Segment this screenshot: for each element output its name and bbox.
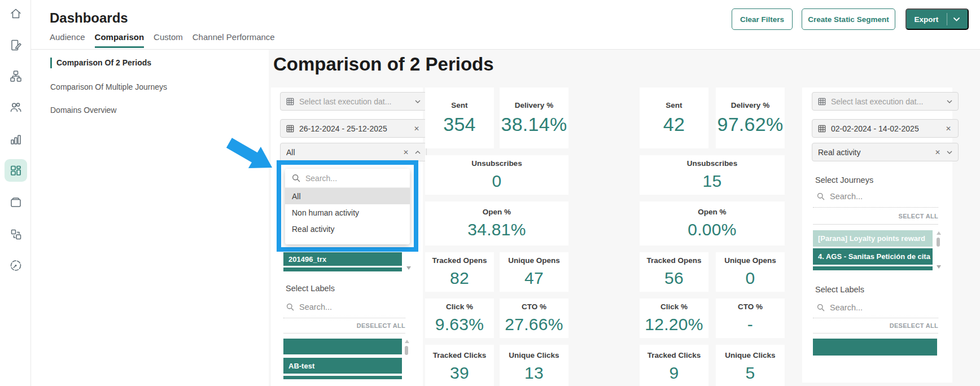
metric-value: 0 xyxy=(492,172,502,191)
journey-list-next-item[interactable] xyxy=(283,267,402,271)
journey-item-selected[interactable]: 4. AGS - Sanitas Petición de cita xyxy=(813,248,933,265)
search-icon xyxy=(817,304,825,312)
page-title: Comparison of 2 Periods xyxy=(273,54,494,75)
rail-item-components[interactable] xyxy=(5,223,27,245)
scroll-up-icon[interactable] xyxy=(405,340,409,343)
scrollbar-thumb[interactable] xyxy=(405,346,408,355)
activity-dropdown: Search... All Non human activity Real ac… xyxy=(285,169,410,244)
app: Dashboards Audience Comparison Custom Ch… xyxy=(0,0,980,386)
label-item-selected[interactable]: AB-test xyxy=(283,358,402,374)
labels-search[interactable]: Search... xyxy=(286,302,332,312)
metric-value: 9 xyxy=(670,363,679,383)
tab-audience[interactable]: Audience xyxy=(50,32,85,48)
labels-search[interactable]: Search... xyxy=(817,303,863,312)
scrollbar-thumb[interactable] xyxy=(937,238,940,247)
subnav-item-domains-overview[interactable]: Domains Overview xyxy=(50,106,116,115)
dashboard-subnav: Comparison Of 2 Periods Comparison Of Mu… xyxy=(31,50,269,386)
calendar-icon xyxy=(286,98,294,106)
folder-icon xyxy=(9,195,23,209)
period-a-execution-date-select[interactable]: Select last execution dat... xyxy=(280,92,427,111)
metric-value: 13 xyxy=(524,363,544,383)
metric-value: 47 xyxy=(524,269,544,288)
tab-channel-performance[interactable]: Channel Performance xyxy=(193,32,275,48)
search-icon xyxy=(286,303,294,311)
rail-item-folder[interactable] xyxy=(5,191,27,213)
metric-card-tracked-opens: Tracked Opens 82 xyxy=(425,252,494,292)
dropdown-option-real-activity[interactable]: Real activity xyxy=(285,221,410,237)
dropdown-search-placeholder: Search... xyxy=(305,174,337,183)
period-b-filter-panel: Select last execution dat... 02-02-2024 … xyxy=(802,87,952,383)
metric-card-unique-clicks: Unique Clicks 5 xyxy=(716,345,785,386)
chevron-down-icon xyxy=(947,151,952,154)
journey-list-next-item[interactable] xyxy=(813,266,933,270)
clear-icon[interactable]: ✕ xyxy=(944,125,952,133)
gauge-icon xyxy=(9,258,23,272)
select-all-action[interactable]: SELECT ALL xyxy=(899,213,938,220)
label-item-selected[interactable] xyxy=(283,339,402,354)
dropdown-option-non-human-activity[interactable]: Non human activity xyxy=(285,204,410,221)
metric-value: 42 xyxy=(663,113,685,135)
rail-item-sitemap[interactable] xyxy=(5,65,27,87)
calendar-icon xyxy=(818,125,826,133)
scroll-down-icon[interactable] xyxy=(937,265,941,269)
clear-icon[interactable]: ✕ xyxy=(934,148,942,156)
dropdown-search[interactable]: Search... xyxy=(285,169,410,188)
rail-item-home[interactable] xyxy=(5,2,27,25)
label-item-selected[interactable] xyxy=(813,339,937,356)
metric-card-unsubscribes: Unsubscribes 0 xyxy=(425,155,568,195)
metric-label: Sent xyxy=(451,101,467,109)
scroll-down-icon[interactable] xyxy=(406,266,411,270)
metric-label: Tracked Opens xyxy=(647,256,702,265)
subnav-item-comparison-of-2-periods[interactable]: Comparison Of 2 Periods xyxy=(56,58,151,67)
metric-label: Delivery % xyxy=(515,101,553,109)
period-b-execution-date-select[interactable]: Select last execution dat... xyxy=(812,92,959,111)
metric-value: 5 xyxy=(746,363,755,383)
rail-item-users[interactable] xyxy=(5,96,27,119)
period-b-activity-select[interactable]: Real activity ✕ xyxy=(812,143,959,161)
clear-filters-button[interactable]: Clear Filters xyxy=(732,8,793,30)
metric-label: Unsubscribes xyxy=(687,159,737,168)
metric-label: Click % xyxy=(660,302,688,311)
metric-value: - xyxy=(747,315,753,334)
metric-card-unique-opens: Unique Opens 0 xyxy=(716,252,785,292)
rail-item-compose[interactable] xyxy=(5,34,27,56)
period-b-date-range-field[interactable]: 02-02-2024 - 14-02-2025 ✕ xyxy=(812,119,959,138)
metric-label: Unique Clicks xyxy=(509,351,559,359)
rail-item-gauge[interactable] xyxy=(5,254,27,277)
metric-label: Unique Clicks xyxy=(725,351,775,359)
export-button[interactable]: Export xyxy=(905,8,969,30)
rail-item-bar-chart[interactable] xyxy=(5,128,27,151)
deselect-all-action[interactable]: DESELECT ALL xyxy=(890,322,938,329)
metric-label: Tracked Clicks xyxy=(433,351,487,359)
journey-item-label: [Parana] Loyalty points reward xyxy=(818,234,925,243)
rail-item-dashboards[interactable] xyxy=(5,159,27,182)
period-a-date-range-field[interactable]: 26-12-2024 - 25-12-2025 ✕ xyxy=(280,119,427,138)
metric-label: Sent xyxy=(666,101,682,109)
metric-label: Delivery % xyxy=(731,101,769,109)
metric-value: 9.63% xyxy=(435,315,484,334)
deselect-all-action[interactable]: DESELECT ALL xyxy=(357,322,405,329)
dropdown-option-all[interactable]: All xyxy=(285,188,410,204)
create-static-segment-button[interactable]: Create Static Segment xyxy=(802,8,895,30)
clear-icon[interactable]: ✕ xyxy=(402,148,410,156)
tab-custom[interactable]: Custom xyxy=(154,32,183,48)
scroll-up-icon[interactable] xyxy=(937,231,941,235)
metric-value: 27.66% xyxy=(505,315,563,334)
metric-value: 82 xyxy=(450,269,469,288)
metric-label: Unique Opens xyxy=(724,256,776,265)
metric-value: 56 xyxy=(664,269,684,288)
period-a-activity-select[interactable]: All ✕ xyxy=(280,143,427,161)
period-b-date-range: 02-02-2024 - 14-02-2025 xyxy=(831,124,939,133)
metric-card-delivery: Delivery % 38.14% xyxy=(500,87,568,148)
metric-card-delivery: Delivery % 97.62% xyxy=(716,87,785,148)
divider xyxy=(813,333,938,334)
sitemap-icon xyxy=(9,69,23,83)
clear-icon[interactable]: ✕ xyxy=(413,125,421,133)
subnav-item-comparison-of-multiple-journeys[interactable]: Comparison Of Multiple Journeys xyxy=(50,82,167,91)
journey-item-unselected[interactable]: [Parana] Loyalty points reward xyxy=(813,230,933,247)
journeys-search[interactable]: Search... xyxy=(817,192,863,201)
tab-comparison[interactable]: Comparison xyxy=(95,32,145,48)
journey-item-selected[interactable]: 201496_trx xyxy=(283,252,402,266)
metric-value: 0 xyxy=(746,269,755,288)
metric-card-unsubscribes: Unsubscribes 15 xyxy=(640,155,785,195)
